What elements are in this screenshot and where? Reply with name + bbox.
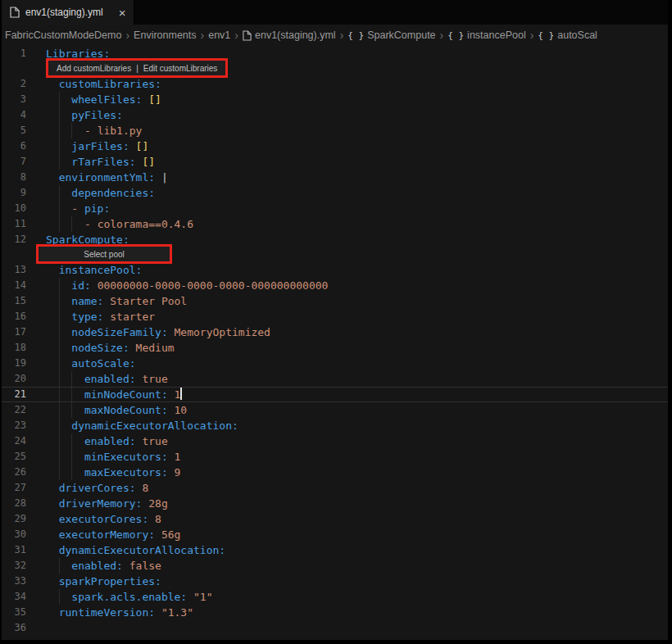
- code-text[interactable]: driverMemory: 28g: [46, 496, 168, 511]
- indent-guide: [59, 558, 60, 574]
- code-text[interactable]: customLibraries:: [46, 76, 161, 92]
- indent-guide: [59, 356, 60, 371]
- code-line: 23 dynamicExecutorAllocation:: [2, 418, 668, 433]
- breadcrumb-item-env1-staging-yml[interactable]: env1(staging).yml: [243, 29, 336, 41]
- token-key: sparkProperties:: [59, 575, 161, 587]
- indent-guide: [71, 465, 72, 480]
- code-text[interactable]: spark.acls.enable: "1": [46, 589, 213, 605]
- line-number: 10: [2, 201, 26, 216]
- code-text[interactable]: type: starter: [46, 309, 155, 324]
- indent-guide: [59, 387, 60, 402]
- indent-guide: [59, 293, 60, 309]
- code-text[interactable]: id: 00000000-0000-0000-0000-000000000000: [46, 278, 328, 293]
- line-number: 11: [2, 216, 26, 232]
- line-number: 27: [2, 480, 26, 496]
- token-key: nodeSizeFamily:: [71, 326, 167, 338]
- breadcrumb-label: SparkCompute: [367, 29, 435, 41]
- codelens-separator: |: [136, 61, 138, 76]
- indent-guide: [59, 340, 60, 356]
- breadcrumb-item-autoscal[interactable]: { }autoScal: [538, 29, 597, 41]
- code-text[interactable]: runtimeVersion: "1.3": [46, 605, 193, 620]
- code-line: 2 customLibraries:: [2, 76, 668, 92]
- token-key: driverCores:: [59, 482, 136, 494]
- select-pool-codelens-annotation-box: Select pool: [36, 244, 172, 264]
- token-val: 56g: [161, 528, 180, 541]
- line-number: 14: [2, 278, 26, 293]
- code-line: 11 - colorama==0.4.6: [2, 216, 668, 232]
- token-key: pyFiles:: [71, 109, 123, 121]
- line-number: 23: [2, 418, 26, 433]
- code-line: 18 nodeSize: Medium: [2, 340, 668, 356]
- code-line: 4 pyFiles:: [2, 107, 668, 123]
- breadcrumb-separator: ›: [530, 29, 534, 42]
- gutter-spacer: [2, 244, 26, 264]
- token-key: spark.acls.enable:: [71, 591, 187, 603]
- code-text[interactable]: enabled: false: [46, 558, 161, 574]
- code-text[interactable]: nodeSize: Medium: [46, 340, 175, 356]
- code-text[interactable]: enabled: true: [46, 371, 168, 387]
- code-text[interactable]: enabled: true: [46, 433, 168, 449]
- editor[interactable]: 1Libraries:Add customLibraries|Edit cust…: [2, 46, 668, 640]
- code-text[interactable]: maxNodeCount: 10: [46, 402, 187, 418]
- token-val: false: [129, 560, 161, 572]
- code-text[interactable]: wheelFiles: []: [46, 92, 161, 107]
- line-number: 21: [2, 387, 26, 402]
- breadcrumb-item-instancepool[interactable]: { }instancePool: [447, 29, 525, 41]
- code-line: 32 enabled: false: [2, 558, 668, 574]
- close-icon[interactable]: ×: [119, 7, 126, 19]
- token-key: customLibraries:: [59, 78, 161, 90]
- code-text[interactable]: - lib1.py: [46, 123, 142, 138]
- codelens-row: Add customLibraries|Edit customLibraries: [2, 58, 668, 78]
- code-text[interactable]: driverCores: 8: [46, 480, 148, 496]
- code-line: 14 id: 00000000-0000-0000-0000-000000000…: [2, 278, 668, 293]
- breadcrumb-item-env1[interactable]: env1: [208, 29, 230, 41]
- code-text[interactable]: autoScale:: [46, 356, 136, 371]
- code-text[interactable]: environmentYml: |: [46, 170, 168, 185]
- token-val: 00000000-0000-0000-0000-000000000000: [98, 279, 329, 292]
- token-val: MemoryOptimized: [175, 326, 270, 338]
- code-text[interactable]: rTarFiles: []: [46, 154, 155, 170]
- token-bracket: []: [136, 140, 149, 152]
- tab-env1-staging-yml[interactable]: env1(staging).yml ×: [2, 0, 134, 25]
- code-text[interactable]: instancePool:: [46, 262, 142, 278]
- codelens-link-edit-customlibraries[interactable]: Edit customLibraries: [143, 61, 218, 76]
- breadcrumb-separator: ›: [125, 29, 129, 42]
- code-text[interactable]: dynamicExecutorAllocation:: [46, 542, 225, 558]
- code-text[interactable]: - colorama==0.4.6: [46, 216, 193, 232]
- breadcrumb-item-environments[interactable]: Environments: [134, 29, 196, 41]
- line-number: 28: [2, 496, 26, 511]
- indent-guide: [71, 371, 72, 387]
- code-text[interactable]: nodeSizeFamily: MemoryOptimized: [46, 324, 270, 340]
- tab-bar: env1(staging).yml ×: [2, 0, 668, 25]
- indent-guide: [59, 92, 60, 107]
- braces-icon: { }: [447, 30, 464, 41]
- code-text[interactable]: sparkProperties:: [46, 574, 161, 589]
- codelens-link-add-customlibraries[interactable]: Add customLibraries: [57, 61, 131, 76]
- code-text[interactable]: dynamicExecutorAllocation:: [46, 418, 238, 433]
- code-text[interactable]: executorCores: 8: [46, 511, 161, 527]
- code-text[interactable]: - pip:: [46, 201, 110, 216]
- codelens-link-select-pool[interactable]: Select pool: [84, 247, 124, 262]
- code-text[interactable]: executorMemory: 56g: [46, 527, 180, 542]
- breadcrumb-item-fabriccustommodedemo[interactable]: FabricCustomModeDemo: [5, 29, 121, 41]
- breadcrumb-label: env1(staging).yml: [255, 29, 336, 41]
- breadcrumb-label: Environments: [134, 29, 196, 41]
- breadcrumb-item-sparkcompute[interactable]: { }SparkCompute: [347, 29, 435, 41]
- line-number: 4: [2, 107, 26, 123]
- indent-guide: [59, 309, 60, 324]
- code-text[interactable]: pyFiles:: [46, 107, 123, 123]
- code-text[interactable]: minNodeCount: 1: [46, 387, 182, 402]
- code-line: 16 type: starter: [2, 309, 668, 324]
- code-text[interactable]: dependencies:: [46, 185, 155, 201]
- token-key: instancePool:: [59, 264, 143, 276]
- line-number: 15: [2, 293, 26, 309]
- token-key: executorMemory:: [59, 528, 155, 541]
- code-line: 8 environmentYml: |: [2, 170, 668, 185]
- code-text[interactable]: jarFiles: []: [46, 138, 148, 154]
- token-key: autoScale:: [71, 357, 135, 370]
- code-text[interactable]: maxExecutors: 9: [46, 465, 180, 480]
- code-text[interactable]: name: Starter Pool: [46, 293, 187, 309]
- line-number: 25: [2, 449, 26, 465]
- breadcrumb-separator: ›: [234, 29, 238, 42]
- code-text[interactable]: minExecutors: 1: [46, 449, 180, 465]
